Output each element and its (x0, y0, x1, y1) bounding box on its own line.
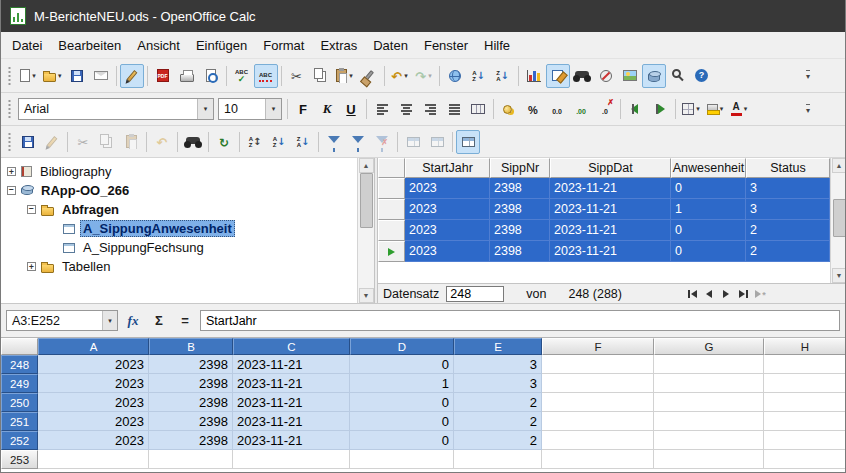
tree-item-query-anwesenheit[interactable]: A_SippungAnwesenheit (1, 219, 357, 238)
sheet-cell[interactable]: 2023 (38, 393, 149, 412)
sheet-cell[interactable] (764, 431, 845, 450)
align-justify-button[interactable] (442, 97, 466, 121)
first-record-button[interactable] (684, 286, 701, 301)
column-header[interactable]: G (654, 338, 764, 355)
record-scrollbar[interactable]: ▲ ▼ (830, 158, 846, 283)
sort-ascending-button[interactable] (467, 64, 491, 88)
record-cell[interactable]: 2398 (490, 241, 550, 262)
standard-filter-button[interactable] (346, 130, 370, 154)
sheet-cell[interactable]: 1 (350, 374, 454, 393)
record-selector[interactable] (378, 220, 405, 241)
sheet-cell[interactable] (542, 450, 654, 469)
edit-mode-button[interactable] (120, 64, 144, 88)
toolbar-grip[interactable] (7, 99, 12, 119)
record-column-header[interactable]: StartJahr (405, 158, 490, 178)
sheet-cell[interactable] (764, 393, 845, 412)
expand-icon[interactable] (27, 262, 36, 271)
record-selector-header[interactable] (378, 158, 405, 178)
find-replace-button[interactable] (570, 64, 594, 88)
gallery-button[interactable] (618, 64, 642, 88)
sheet-cell[interactable] (38, 450, 149, 469)
menu-einfuegen[interactable]: Einfügen (188, 35, 255, 56)
help-button[interactable] (690, 64, 714, 88)
sheet-cell[interactable] (764, 355, 845, 374)
record-cell[interactable]: 3 (746, 178, 830, 199)
new-document-button[interactable] (16, 64, 40, 88)
function-wizard-button[interactable]: fx (122, 310, 144, 332)
sheet-cell[interactable] (149, 450, 233, 469)
sheet-cell[interactable] (654, 393, 764, 412)
scrollbar-thumb[interactable] (360, 173, 373, 228)
column-header[interactable]: E (454, 338, 542, 355)
sheet-cell[interactable] (764, 412, 845, 431)
column-header[interactable]: H (764, 338, 845, 355)
record-column-header[interactable]: Status (746, 158, 830, 178)
column-header[interactable]: F (542, 338, 654, 355)
sheet-cell[interactable]: 2 (454, 412, 542, 431)
tree-item-queries-folder[interactable]: Abfragen (1, 200, 357, 219)
record-cell[interactable]: 0 (671, 241, 746, 262)
sheet-cell[interactable]: 2398 (149, 431, 233, 450)
undo-data-button[interactable] (150, 130, 174, 154)
sheet-cell[interactable] (542, 355, 654, 374)
hyperlink-button[interactable] (443, 64, 467, 88)
navigator-button[interactable] (594, 64, 618, 88)
record-cell[interactable]: 1 (671, 199, 746, 220)
column-header[interactable]: C (233, 338, 350, 355)
sheet-cell[interactable]: 2 (454, 393, 542, 412)
sheet-cell[interactable] (764, 374, 845, 393)
sheet-cell[interactable]: 2398 (149, 393, 233, 412)
record-column-header[interactable]: SippNr (490, 158, 550, 178)
select-all-corner[interactable] (1, 338, 38, 355)
sheet-cell[interactable]: 3 (454, 374, 542, 393)
email-button[interactable] (89, 64, 113, 88)
save-record-button[interactable] (16, 130, 40, 154)
sheet-cell[interactable]: 2398 (149, 355, 233, 374)
sheet-cell[interactable] (350, 450, 454, 469)
row-header[interactable]: 253 (1, 450, 38, 469)
sort-ascending-button[interactable] (267, 130, 291, 154)
record-cell[interactable]: 2 (746, 220, 830, 241)
cut-button[interactable] (285, 64, 309, 88)
sheet-cell[interactable] (454, 450, 542, 469)
delete-decimal-button[interactable] (593, 97, 617, 121)
sheet-cell[interactable]: 0 (350, 393, 454, 412)
scroll-down-icon[interactable]: ▼ (832, 268, 846, 283)
sheet-cell[interactable] (542, 393, 654, 412)
redo-button[interactable] (412, 64, 436, 88)
format-paintbrush-button[interactable] (357, 64, 381, 88)
record-cell[interactable]: 2023 (405, 220, 490, 241)
record-cell[interactable]: 0 (671, 178, 746, 199)
print-button[interactable] (175, 64, 199, 88)
record-cell[interactable]: 3 (746, 199, 830, 220)
sheet-cell[interactable]: 0 (350, 355, 454, 374)
menu-bearbeiten[interactable]: Bearbeiten (50, 35, 129, 56)
sheet-cell[interactable]: 2398 (149, 374, 233, 393)
sort-descending-button[interactable] (491, 64, 515, 88)
autospellcheck-button[interactable] (254, 64, 278, 88)
record-cell[interactable]: 2023 (405, 241, 490, 262)
column-header[interactable]: D (350, 338, 454, 355)
record-column-header[interactable]: Anwesenheit (671, 158, 746, 178)
row-header[interactable]: 250 (1, 393, 38, 412)
record-cell[interactable]: 2023-11-21 (550, 178, 671, 199)
increase-indent-button[interactable] (648, 97, 672, 121)
function-button[interactable]: = (174, 310, 196, 332)
sheet-cell[interactable] (542, 412, 654, 431)
toolbar-options-button[interactable] (801, 100, 815, 118)
font-name-combo[interactable]: Arial (18, 98, 214, 120)
merge-cells-button[interactable] (466, 97, 490, 121)
sheet-cell[interactable]: 2023-11-21 (233, 431, 350, 450)
sheet-cell[interactable]: 3 (454, 355, 542, 374)
next-record-button[interactable] (718, 286, 735, 301)
record-cell[interactable]: 2398 (490, 178, 550, 199)
underline-button[interactable]: U (339, 97, 363, 121)
record-cell[interactable]: 2398 (490, 199, 550, 220)
tree-item-query-fechsung[interactable]: A_SippungFechsung (1, 238, 357, 257)
edit-data-button[interactable] (40, 130, 64, 154)
undo-button[interactable] (388, 64, 412, 88)
scroll-up-icon[interactable]: ▲ (359, 158, 374, 173)
record-cell[interactable]: 2023 (405, 199, 490, 220)
sheet-cell[interactable]: 2023 (38, 374, 149, 393)
sheet-cell[interactable] (654, 412, 764, 431)
